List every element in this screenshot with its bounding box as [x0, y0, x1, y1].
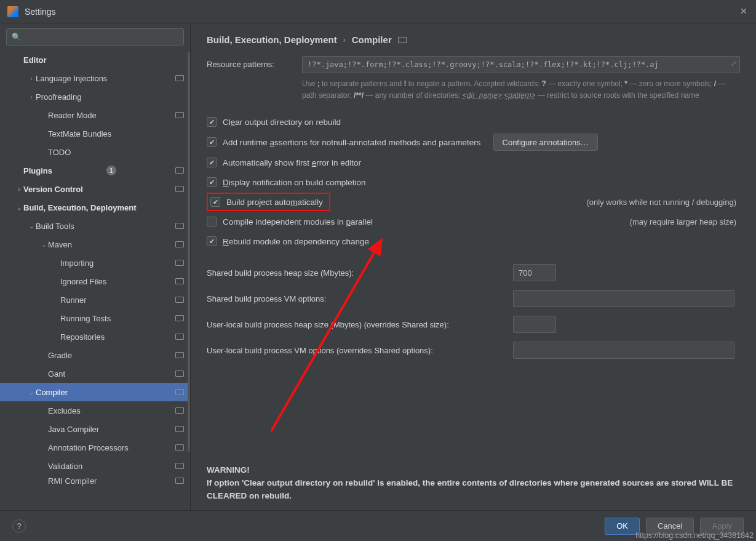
settings-tree: Editor›Language Injections›ProofreadingR…	[0, 50, 190, 510]
show-first-error-label: Automatically show first error in editor	[223, 158, 361, 167]
sidebar-item-label: Language Injections	[36, 74, 107, 83]
sidebar-item-label: Running Tests	[60, 314, 111, 323]
project-scope-icon	[175, 315, 184, 321]
project-scope-icon	[175, 478, 184, 484]
project-scope-icon	[175, 75, 184, 81]
highlight-box: Build project automatically	[207, 193, 330, 211]
count-badge: 1	[106, 166, 116, 175]
project-scope-icon	[175, 186, 184, 192]
sidebar-item-label: Validation	[48, 462, 82, 471]
rebuild-dep-checkbox[interactable]	[207, 236, 217, 246]
runtime-assertions-checkbox[interactable]	[207, 137, 217, 147]
build-notification-checkbox[interactable]	[207, 177, 217, 187]
sidebar-item-label: Repositories	[60, 332, 105, 342]
project-scope-icon	[175, 167, 184, 174]
sidebar-item-build-tools[interactable]: ⌄Build Tools	[0, 217, 190, 235]
close-icon[interactable]: ✕	[740, 6, 747, 16]
sidebar-item-repositories[interactable]: Repositories	[0, 327, 190, 346]
help-button[interactable]: ?	[12, 519, 26, 533]
sidebar-item-label: Ignored Files	[60, 277, 106, 286]
project-scope-icon	[398, 37, 407, 43]
sidebar-item-label: Gant	[48, 369, 65, 379]
sidebar-item-label: Compiler	[36, 388, 68, 397]
sidebar-item-plugins[interactable]: Plugins1	[0, 161, 190, 180]
project-scope-icon	[175, 334, 184, 340]
project-scope-icon	[175, 260, 184, 266]
chevron-icon: ⌄	[15, 204, 23, 211]
chevron-icon: ›	[27, 75, 36, 82]
sidebar-item-todo[interactable]: TODO	[0, 143, 190, 161]
sidebar-item-label: Runner	[60, 295, 87, 305]
breadcrumb-root[interactable]: Build, Execution, Deployment	[207, 34, 337, 45]
project-scope-icon	[175, 389, 184, 395]
watermark-text: https://blog.csdn.net/qq_34381842	[633, 530, 756, 541]
scrollbar[interactable]	[188, 52, 190, 452]
sidebar-item-label: Annotation Processors	[48, 443, 129, 452]
build-auto-checkbox[interactable]	[210, 197, 220, 207]
sidebar-item-gradle[interactable]: Gradle	[0, 346, 190, 364]
sidebar-item-language-injections[interactable]: ›Language Injections	[0, 69, 190, 87]
sidebar-item-ignored-files[interactable]: Ignored Files	[0, 272, 190, 291]
project-scope-icon	[175, 371, 184, 377]
titlebar: Settings ✕	[0, 0, 756, 23]
sidebar-item-running-tests[interactable]: Running Tests	[0, 309, 190, 327]
sidebar-item-build-execution-deployment[interactable]: ⌄Build, Execution, Deployment	[0, 198, 190, 217]
project-scope-icon	[175, 112, 184, 118]
app-logo-icon	[7, 6, 18, 17]
clear-output-checkbox[interactable]	[207, 117, 217, 127]
compile-parallel-checkbox[interactable]	[207, 217, 217, 226]
sidebar-item-label: Gradle	[48, 351, 72, 360]
sidebar-item-label: Maven	[48, 240, 72, 249]
sidebar-item-label: RMI Compiler	[48, 476, 97, 486]
settings-sidebar: 🔍 Editor›Language Injections›Proofreadin…	[0, 23, 191, 510]
content-panel: Build, Execution, Deployment › Compiler …	[191, 23, 756, 510]
chevron-right-icon: ›	[343, 36, 346, 44]
sidebar-item-maven[interactable]: ⌄Maven	[0, 235, 190, 254]
resource-patterns-label: Resource patterns:	[207, 56, 302, 69]
project-scope-icon	[175, 352, 184, 358]
sidebar-item-runner[interactable]: Runner	[0, 291, 190, 309]
shared-heap-label: Shared build process heap size (Mbytes):	[207, 268, 513, 278]
resource-patterns-input[interactable]	[302, 56, 740, 73]
sidebar-item-editor[interactable]: Editor	[0, 50, 190, 69]
rebuild-dep-label: Rebuild module on dependency change	[223, 237, 369, 246]
project-scope-icon	[175, 407, 184, 414]
project-scope-icon	[175, 426, 184, 432]
project-scope-icon	[175, 223, 184, 229]
compile-parallel-aside: (may require larger heap size)	[630, 217, 740, 226]
warning-text: WARNING! If option 'Clear output directo…	[207, 452, 740, 503]
sidebar-item-label: TODO	[48, 148, 71, 157]
sidebar-item-importing[interactable]: Importing	[0, 254, 190, 272]
sidebar-item-label: Java Compiler	[48, 425, 99, 434]
sidebar-item-rmi-compiler[interactable]: RMI Compiler	[0, 475, 190, 486]
search-icon: 🔍	[12, 33, 21, 41]
sidebar-item-proofreading[interactable]: ›Proofreading	[0, 87, 190, 106]
window-title: Settings	[25, 7, 56, 17]
sidebar-item-gant[interactable]: Gant	[0, 364, 190, 383]
local-vm-input[interactable]	[513, 342, 734, 359]
sidebar-item-reader-mode[interactable]: Reader Mode	[0, 106, 190, 124]
shared-vm-label: Shared build process VM options:	[207, 294, 513, 303]
expand-icon[interactable]: ⤢	[731, 60, 736, 68]
search-input[interactable]: 🔍	[6, 28, 184, 46]
sidebar-item-version-control[interactable]: ›Version Control	[0, 180, 190, 198]
chevron-icon: ⌄	[27, 223, 36, 230]
sidebar-item-label: Editor	[23, 55, 47, 65]
shared-heap-input[interactable]	[513, 264, 556, 281]
sidebar-item-label: Build Tools	[36, 222, 74, 231]
sidebar-item-compiler[interactable]: ⌄Compiler	[0, 383, 190, 401]
sidebar-item-excludes[interactable]: Excludes	[0, 401, 190, 420]
sidebar-item-annotation-processors[interactable]: Annotation Processors	[0, 438, 190, 457]
configure-annotations-button[interactable]: Configure annotations…	[493, 134, 598, 151]
sidebar-item-label: Plugins	[23, 166, 52, 175]
sidebar-item-textmate-bundles[interactable]: TextMate Bundles	[0, 124, 190, 143]
sidebar-item-java-compiler[interactable]: Java Compiler	[0, 420, 190, 438]
chevron-icon: ›	[27, 94, 36, 100]
sidebar-item-validation[interactable]: Validation	[0, 457, 190, 475]
build-auto-aside: (only works while not running / debuggin…	[586, 198, 740, 207]
sidebar-item-label: Importing	[60, 258, 94, 268]
show-first-error-checkbox[interactable]	[207, 158, 217, 167]
clear-output-label: Clear output directory on rebuild	[223, 118, 341, 127]
shared-vm-input[interactable]	[513, 290, 734, 307]
local-heap-input[interactable]	[513, 316, 556, 333]
